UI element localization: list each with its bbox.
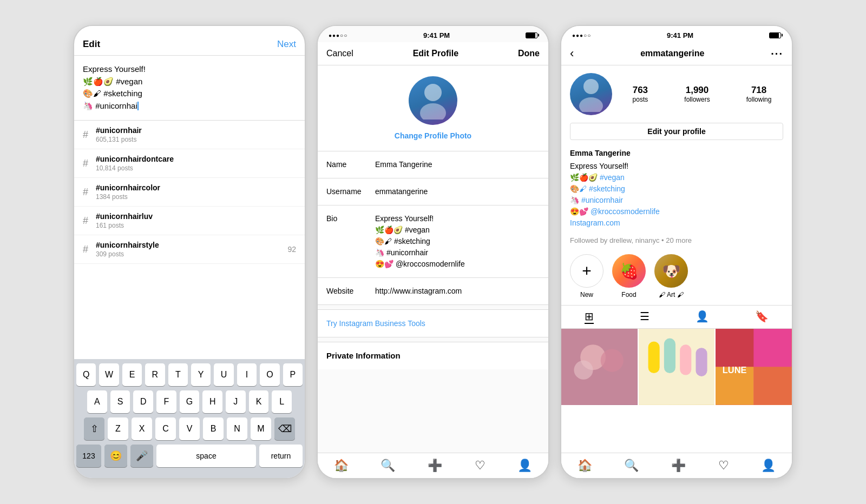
tab-home-3[interactable]: 🏠 <box>578 459 592 473</box>
tab-add-3[interactable]: ➕ <box>671 459 686 473</box>
key-l[interactable]: L <box>272 390 292 413</box>
hashtag-item-2[interactable]: # #unicornhaircolor 1384 posts <box>74 178 305 207</box>
tab-profile-2[interactable]: 👤 <box>517 459 532 473</box>
username-value[interactable]: emmatangerine <box>375 186 540 197</box>
cancel-button[interactable]: Cancel <box>326 49 353 58</box>
key-w[interactable]: W <box>99 363 119 386</box>
hash-icon-1: # <box>83 158 88 169</box>
highlight-food[interactable]: 🍓 Food <box>612 254 646 299</box>
back-button[interactable]: ‹ <box>570 47 574 61</box>
key-s[interactable]: S <box>110 390 130 413</box>
key-j[interactable]: J <box>226 390 246 413</box>
key-o[interactable]: O <box>260 363 279 386</box>
hashtag-count-3: 161 posts <box>96 222 153 229</box>
keyboard-row-1: Q W E R T Y U I O P <box>76 363 303 386</box>
key-m[interactable]: M <box>251 417 271 440</box>
key-num[interactable]: 123 <box>76 445 101 467</box>
tab-tagged[interactable]: 👤 <box>696 310 709 324</box>
bio-value[interactable]: Express Yourself! 🌿🍎🥑 #vegan 🎨🖌 #sketchi… <box>375 213 540 270</box>
key-z[interactable]: Z <box>108 417 128 440</box>
caption-line2: 🌿🍎🥑 #vegan <box>83 76 296 88</box>
bio-section: Emma Tangerine Express Yourself! 🌿🍎🥑 #ve… <box>561 147 792 234</box>
tab-saved[interactable]: 🔖 <box>755 310 769 324</box>
key-y[interactable]: Y <box>191 363 211 386</box>
key-t[interactable]: T <box>168 363 188 386</box>
tab-search-3[interactable]: 🔍 <box>624 459 639 473</box>
grid-photo-2 <box>639 329 715 405</box>
hashtag-item-4[interactable]: # #unicornhairstyle 309 posts 92 <box>74 235 305 264</box>
key-g[interactable]: G <box>180 390 200 413</box>
key-return[interactable]: return <box>259 445 303 467</box>
key-q[interactable]: Q <box>76 363 96 386</box>
grid-cell-2[interactable] <box>639 329 715 405</box>
try-business-button[interactable]: Try Instagram Business Tools <box>326 319 425 328</box>
phone-edit-profile: ●●●○○ 9:41 PM Cancel Edit Profile Done <box>317 25 549 479</box>
grid-cell-3[interactable]: LUNE <box>716 329 792 405</box>
key-a[interactable]: A <box>87 390 107 413</box>
stat-posts[interactable]: 763 posts <box>633 85 648 103</box>
key-delete[interactable]: ⌫ <box>274 417 295 440</box>
edit-profile-button[interactable]: Edit your profile <box>570 123 783 140</box>
caption-line1: Express Yourself! <box>83 63 296 76</box>
stat-following[interactable]: 718 following <box>746 85 772 103</box>
bio-link[interactable]: Instagram.com <box>570 217 783 229</box>
caption-line3: 🎨🖌 #sketching <box>83 88 296 100</box>
highlight-new[interactable]: + New <box>570 254 603 299</box>
highlight-label-art: 🖌 Art 🖌 <box>659 291 683 299</box>
profile-photo-avatar[interactable] <box>409 76 457 125</box>
tab-add-2[interactable]: ➕ <box>428 459 442 473</box>
key-u[interactable]: U <box>214 363 233 386</box>
key-i[interactable]: I <box>237 363 257 386</box>
avatar-svg <box>417 82 449 120</box>
hashtag-score-4: 92 <box>287 245 296 254</box>
key-r[interactable]: R <box>145 363 165 386</box>
hashtag-item-1[interactable]: # #unicornhairdontcare 10,814 posts <box>74 149 305 178</box>
key-x[interactable]: X <box>132 417 152 440</box>
key-v[interactable]: V <box>179 417 200 440</box>
screen2: ●●●○○ 9:41 PM Cancel Edit Profile Done <box>318 26 548 478</box>
key-d[interactable]: D <box>133 390 153 413</box>
key-k[interactable]: K <box>249 390 269 413</box>
key-p[interactable]: P <box>283 363 303 386</box>
tab-heart-3[interactable]: ♡ <box>718 459 729 473</box>
bio-line4: 🦄 #unicornhair <box>570 195 783 206</box>
key-shift[interactable]: ⇧ <box>84 417 104 440</box>
tab-heart-2[interactable]: ♡ <box>475 459 486 473</box>
key-c[interactable]: C <box>155 417 176 440</box>
key-space[interactable]: space <box>156 445 256 467</box>
key-mic[interactable]: 🎤 <box>130 445 153 467</box>
key-emoji[interactable]: 😊 <box>104 445 127 467</box>
tab-search-2[interactable]: 🔍 <box>380 459 395 473</box>
hashtag-text-2: #unicornhaircolor <box>96 183 160 192</box>
change-photo-button[interactable]: Change Profile Photo <box>395 131 471 140</box>
key-e[interactable]: E <box>122 363 142 386</box>
keyboard-row-4: 123 😊 🎤 space return <box>76 445 303 467</box>
grid-cell-1[interactable] <box>561 329 638 405</box>
highlight-art[interactable]: 🐶 🖌 Art 🖌 <box>654 254 688 299</box>
website-label: Website <box>326 286 375 295</box>
next-button[interactable]: Next <box>277 39 296 50</box>
more-options-button[interactable]: ··· <box>771 48 783 60</box>
done-button[interactable]: Done <box>518 49 540 58</box>
stat-followers[interactable]: 1,990 followers <box>684 85 710 103</box>
website-value[interactable]: http://www.instagram.com <box>375 286 540 297</box>
website-field: Website http://www.instagram.com <box>318 278 548 305</box>
screen1: Edit Next Express Yourself! 🌿🍎🥑 #vegan 🎨… <box>74 26 305 478</box>
hashtag-item-3[interactable]: # #unicornhairluv 161 posts <box>74 207 305 235</box>
hashtag-item-0[interactable]: # #unicornhair 605,131 posts <box>74 121 305 149</box>
tab-grid[interactable]: ⊞ <box>585 310 594 324</box>
name-value[interactable]: Emma Tangerine <box>375 159 540 170</box>
key-f[interactable]: F <box>156 390 176 413</box>
key-b[interactable]: B <box>203 417 224 440</box>
tab-list[interactable]: ☰ <box>640 310 650 324</box>
caption-area[interactable]: Express Yourself! 🌿🍎🥑 #vegan 🎨🖌 #sketchi… <box>74 56 305 121</box>
battery-2 <box>526 32 537 38</box>
svg-point-1 <box>420 103 446 120</box>
tab-profile-3[interactable]: 👤 <box>761 459 776 473</box>
svg-rect-10 <box>664 339 675 373</box>
profile-avatar[interactable] <box>570 73 612 115</box>
tab-home-2[interactable]: 🏠 <box>334 459 349 473</box>
avatar-silhouette <box>409 76 457 125</box>
key-n[interactable]: N <box>227 417 247 440</box>
key-h[interactable]: H <box>202 390 222 413</box>
